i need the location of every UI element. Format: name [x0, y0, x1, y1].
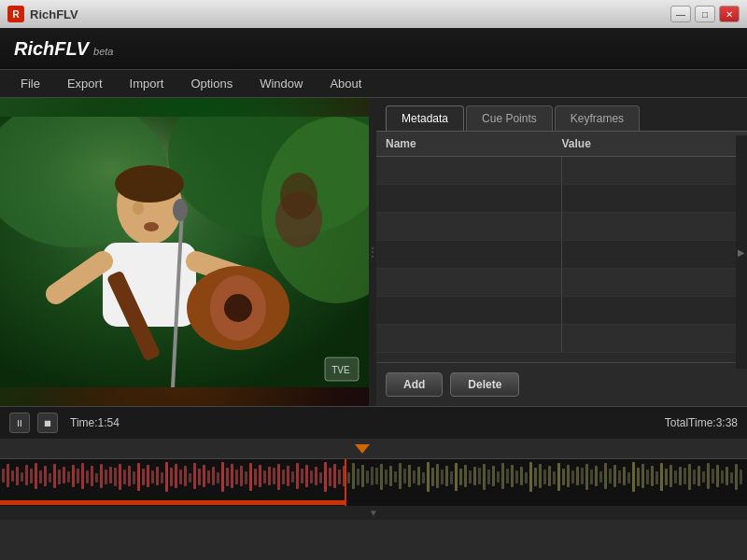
- cell-value: [562, 325, 748, 352]
- right-scrollbar[interactable]: ▶: [736, 135, 747, 369]
- svg-rect-108: [403, 469, 406, 483]
- svg-rect-163: [660, 463, 663, 491]
- waveform-bar[interactable]: [0, 459, 747, 506]
- cell-value: [562, 269, 748, 296]
- svg-rect-125: [483, 464, 486, 490]
- svg-point-14: [224, 294, 252, 322]
- cue-bar[interactable]: [0, 439, 747, 459]
- svg-rect-101: [371, 467, 374, 485]
- svg-rect-51: [137, 463, 140, 491]
- svg-rect-44: [105, 469, 107, 484]
- svg-rect-149: [595, 466, 598, 486]
- svg-rect-29: [35, 463, 37, 489]
- svg-rect-77: [259, 465, 261, 487]
- cue-marker[interactable]: [355, 444, 370, 454]
- tab-cue-points[interactable]: Cue Points: [466, 105, 553, 131]
- svg-rect-79: [268, 467, 271, 485]
- cell-value: [562, 241, 748, 268]
- svg-rect-68: [217, 472, 219, 483]
- main-content: TVE ⋮ Metadata Cue Points Keyframes Name…: [0, 98, 747, 406]
- svg-rect-98: [357, 469, 359, 485]
- stop-button[interactable]: ⏹: [37, 413, 58, 433]
- svg-rect-111: [417, 467, 420, 485]
- minimize-button[interactable]: —: [670, 6, 691, 22]
- panel-divider[interactable]: ⋮: [369, 98, 376, 406]
- pause-icon: ⏸: [15, 418, 24, 428]
- svg-rect-45: [109, 467, 112, 483]
- tab-metadata[interactable]: Metadata: [386, 105, 464, 131]
- tab-keyframes[interactable]: Keyframes: [555, 105, 640, 131]
- svg-point-8: [144, 222, 159, 231]
- svg-rect-64: [198, 469, 201, 485]
- timeline-area: ▼: [0, 439, 747, 520]
- cell-name: [376, 213, 562, 240]
- svg-rect-171: [698, 466, 700, 486]
- menu-options[interactable]: Options: [179, 73, 244, 94]
- svg-rect-90: [319, 472, 322, 483]
- table-row: [376, 241, 747, 269]
- svg-rect-99: [361, 465, 364, 487]
- svg-rect-159: [641, 464, 644, 488]
- svg-rect-100: [366, 470, 369, 483]
- table-row: [376, 297, 747, 325]
- svg-rect-62: [189, 473, 191, 483]
- svg-rect-113: [427, 462, 430, 492]
- svg-rect-141: [557, 463, 560, 491]
- svg-rect-164: [665, 469, 668, 485]
- svg-rect-167: [679, 467, 682, 485]
- delete-button[interactable]: Delete: [450, 372, 519, 397]
- svg-rect-178: [730, 472, 733, 483]
- svg-rect-23: [7, 464, 9, 487]
- svg-rect-97: [352, 463, 355, 489]
- total-time-display: TotalTime:3:38: [665, 416, 738, 429]
- svg-rect-143: [567, 465, 570, 487]
- svg-rect-67: [212, 467, 215, 485]
- svg-rect-106: [394, 471, 397, 483]
- svg-rect-160: [646, 469, 649, 484]
- svg-rect-139: [548, 466, 551, 486]
- svg-rect-93: [333, 464, 336, 488]
- menu-export[interactable]: Export: [56, 73, 114, 94]
- add-button[interactable]: Add: [386, 372, 443, 397]
- svg-rect-87: [305, 465, 308, 487]
- title-bar: R RichFLV — □ ✕: [0, 0, 747, 28]
- pause-button[interactable]: ⏸: [9, 413, 30, 433]
- bottom-scroll-bar[interactable]: ▼: [0, 506, 747, 520]
- svg-rect-170: [693, 469, 696, 484]
- maximize-button[interactable]: □: [695, 6, 715, 22]
- svg-rect-30: [39, 470, 42, 483]
- cell-name: [376, 157, 562, 184]
- svg-rect-109: [408, 465, 411, 487]
- metadata-content: Name Value: [376, 132, 747, 362]
- svg-rect-146: [581, 468, 584, 484]
- waveform-svg: [0, 459, 747, 506]
- svg-rect-88: [310, 470, 313, 483]
- title-text: RichFLV: [30, 7, 78, 21]
- svg-rect-58: [170, 468, 173, 486]
- progress-fill: [0, 500, 345, 505]
- svg-rect-154: [618, 470, 621, 483]
- svg-rect-54: [151, 470, 154, 483]
- cell-name: [376, 241, 562, 268]
- svg-rect-71: [231, 464, 233, 488]
- svg-rect-76: [254, 469, 257, 485]
- menu-import[interactable]: Import: [119, 73, 176, 94]
- menu-window[interactable]: Window: [248, 73, 314, 94]
- menu-about[interactable]: About: [318, 73, 373, 94]
- svg-rect-148: [590, 469, 593, 484]
- svg-rect-151: [604, 463, 607, 489]
- svg-rect-138: [543, 469, 546, 484]
- svg-rect-60: [179, 469, 182, 484]
- col-name-header: Name: [386, 137, 562, 150]
- cell-value: [562, 185, 748, 212]
- menu-bar: File Export Import Options Window About: [0, 70, 747, 98]
- svg-rect-96: [347, 472, 350, 483]
- svg-rect-65: [203, 465, 205, 487]
- svg-rect-37: [72, 465, 75, 487]
- svg-rect-165: [669, 465, 672, 487]
- svg-rect-42: [95, 473, 98, 483]
- menu-file[interactable]: File: [9, 73, 51, 94]
- svg-rect-82: [282, 469, 285, 484]
- close-button[interactable]: ✕: [719, 6, 740, 22]
- svg-rect-69: [221, 462, 224, 492]
